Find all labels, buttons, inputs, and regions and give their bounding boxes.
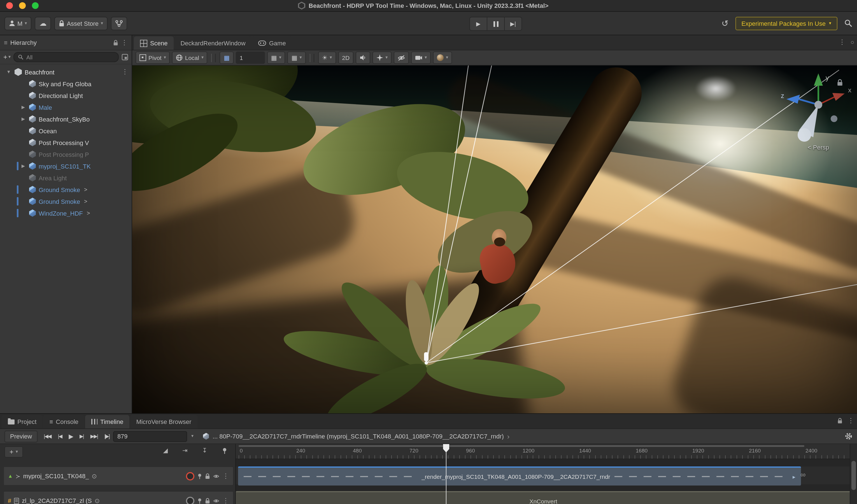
- track-options-icon[interactable]: ⋮: [222, 473, 229, 480]
- current-frame-field[interactable]: [114, 431, 187, 441]
- next-frame-button[interactable]: ▶|: [80, 434, 84, 439]
- hierarchy-item[interactable]: Post Processing P: [0, 148, 132, 160]
- playhead[interactable]: [446, 444, 447, 504]
- timeline-clip[interactable]: XnConvert: [236, 491, 851, 504]
- lock-icon[interactable]: [837, 418, 842, 424]
- lock-icon[interactable]: [205, 498, 210, 504]
- hierarchy-item[interactable]: Sky and Fog Globa: [0, 78, 132, 89]
- play-button[interactable]: ▶: [469, 17, 487, 31]
- cloud-button[interactable]: ☁: [35, 17, 51, 30]
- effects-toggle[interactable]: ▾: [372, 51, 391, 64]
- hierarchy-item[interactable]: ▶ Beachfront_SkyBo: [0, 113, 132, 125]
- tab-project[interactable]: Project: [2, 415, 43, 429]
- lock-icon[interactable]: [205, 473, 210, 479]
- pin-icon[interactable]: [197, 473, 202, 479]
- expand-arrow-icon[interactable]: ▶: [20, 105, 26, 110]
- hierarchy-item[interactable]: Ground Smoke >: [0, 196, 132, 207]
- expand-arrow-icon[interactable]: ▶: [20, 117, 26, 121]
- 2d-toggle[interactable]: 2D: [338, 51, 353, 64]
- version-control-button[interactable]: [111, 17, 127, 30]
- experimental-packages-button[interactable]: Experimental Packages In Use ▾: [735, 17, 837, 30]
- tab-microverse-browser[interactable]: MicroVerse Browser: [130, 415, 198, 429]
- curves-view-icon[interactable]: ◢: [163, 447, 168, 454]
- track-target-icon[interactable]: ⊙: [91, 472, 97, 480]
- undo-history-button[interactable]: ↺: [721, 18, 728, 28]
- add-track-button[interactable]: + ▾: [4, 446, 23, 457]
- scene-viewport[interactable]: y z x < Persp: [132, 66, 857, 413]
- hierarchy-item[interactable]: ▶ Male: [0, 101, 132, 113]
- timeline-clip[interactable]: _render_myproj_SC101_TK048_A001_1080P-70…: [238, 467, 801, 486]
- audio-toggle[interactable]: [356, 51, 370, 64]
- panel-options-icon[interactable]: ⋮: [121, 39, 128, 46]
- tab-deckard-render-window[interactable]: DeckardRenderWindow: [174, 36, 252, 50]
- inspector-collapsed-icon[interactable]: ○: [851, 39, 854, 45]
- timeline-track-header[interactable]: # zl_lp_2CA2D717C7_zl (S ⊙ ⋮: [3, 491, 234, 504]
- record-button[interactable]: [186, 497, 195, 504]
- pivot-toggle[interactable]: Pivot ▾: [136, 51, 170, 64]
- panel-options-icon[interactable]: ⋮: [847, 417, 854, 424]
- tab-timeline[interactable]: Timeline: [85, 415, 129, 429]
- hierarchy-item[interactable]: Post Processing V: [0, 137, 132, 148]
- scene-lighting-button[interactable]: ☀ ▾: [318, 51, 336, 64]
- local-global-toggle[interactable]: Local ▾: [172, 51, 207, 64]
- close-window-button[interactable]: [6, 2, 13, 9]
- track-target-icon[interactable]: ⊙: [95, 497, 100, 504]
- hierarchy-item[interactable]: Ocean: [0, 125, 132, 137]
- expand-arrow-icon[interactable]: ▼: [5, 69, 12, 74]
- timeline-play-button[interactable]: ▶: [69, 433, 73, 440]
- pin-icon[interactable]: [197, 498, 202, 504]
- pause-button[interactable]: [487, 17, 505, 31]
- timeline-track-header[interactable]: ▲ ≻ myproj_SC101_TK048_ ⊙ ⋮: [3, 467, 234, 486]
- lock-icon[interactable]: [113, 39, 118, 46]
- timeline-asset-breadcrumb[interactable]: ... 80P-709__2CA2D717C7_rndrTimeline (my…: [203, 432, 510, 440]
- hierarchy-item[interactable]: Directional Light: [0, 89, 132, 101]
- search-button[interactable]: [844, 19, 853, 28]
- preview-toggle[interactable]: Preview: [4, 430, 37, 442]
- scene-visibility-toggle[interactable]: [394, 51, 409, 64]
- pin-icon[interactable]: [222, 447, 228, 454]
- hierarchy-search-input[interactable]: All: [14, 52, 119, 62]
- track-options-icon[interactable]: ⋮: [222, 497, 229, 504]
- timeline-zoom-bar[interactable]: [239, 445, 804, 447]
- minimize-window-button[interactable]: [19, 2, 26, 9]
- timeline-settings[interactable]: [845, 432, 853, 440]
- record-button[interactable]: [186, 472, 195, 480]
- hierarchy-scene-row[interactable]: ▼ Beachfront ⋮: [0, 66, 132, 78]
- scene-options-icon[interactable]: ⋮: [121, 68, 128, 75]
- panel-options-icon[interactable]: ⋮: [839, 39, 845, 45]
- grid-snap-button[interactable]: ▦ ▾: [267, 51, 285, 64]
- play-range-button[interactable]: [▶]: [104, 434, 110, 439]
- open-prefab-icon[interactable]: >: [84, 198, 87, 204]
- marker-track-icon[interactable]: ↧: [202, 447, 207, 454]
- eye-icon[interactable]: [213, 498, 220, 503]
- timeline-ruler[interactable]: 0 240 480 720 960 1200 1440 1680 1920 21…: [236, 444, 857, 459]
- step-button[interactable]: ▶|: [505, 17, 522, 31]
- toolbar-drag-handle[interactable]: [212, 53, 216, 62]
- hierarchy-item[interactable]: Ground Smoke >: [0, 184, 132, 196]
- expand-arrow-icon[interactable]: ▶: [20, 164, 26, 169]
- gizmos-button[interactable]: ▾: [433, 51, 452, 64]
- tab-console[interactable]: ≡ Console: [44, 415, 85, 429]
- tab-scene[interactable]: Scene: [134, 36, 174, 50]
- hierarchy-item[interactable]: WindZone_HDF >: [0, 207, 132, 219]
- open-prefab-icon[interactable]: >: [87, 210, 90, 216]
- increment-snap-button[interactable]: ▦ ▾: [288, 51, 306, 64]
- clip-edit-mode-icon[interactable]: ⇥: [182, 447, 187, 454]
- eye-icon[interactable]: [213, 473, 220, 478]
- skip-to-end-button[interactable]: ▶▶|: [90, 434, 98, 439]
- account-button[interactable]: M ▾: [4, 17, 31, 30]
- skip-to-start-button[interactable]: |◀◀: [44, 434, 51, 439]
- chevron-down-icon[interactable]: ▾: [191, 434, 194, 438]
- asset-store-button[interactable]: Asset Store ▾: [54, 17, 107, 30]
- hierarchy-item[interactable]: ▶ myproj_SC101_TK: [0, 160, 132, 172]
- timeline-vertical-scrollbar[interactable]: [850, 444, 857, 504]
- previous-frame-button[interactable]: |◀: [58, 434, 62, 439]
- search-filter-icon[interactable]: [121, 54, 128, 61]
- grid-visibility-button[interactable]: ▦: [220, 51, 234, 64]
- hierarchy-item[interactable]: Area Light: [0, 172, 132, 184]
- grid-size-field[interactable]: 1: [236, 51, 265, 64]
- create-object-button[interactable]: + ▾: [3, 53, 11, 61]
- open-prefab-icon[interactable]: >: [84, 186, 87, 192]
- scrollbar-thumb[interactable]: [852, 461, 856, 490]
- tab-game[interactable]: Game: [252, 36, 292, 50]
